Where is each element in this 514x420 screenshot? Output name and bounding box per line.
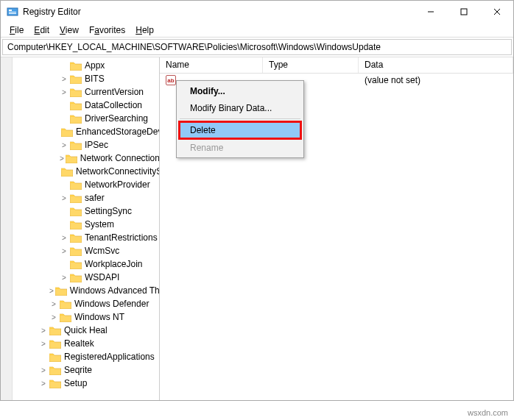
expander-icon[interactable]: > [39, 340, 48, 348]
tree-node-label: Windows NT [74, 312, 124, 322]
ctx-separator [180, 118, 300, 119]
menu-view[interactable]: View [55, 24, 83, 37]
tree-node-label: WcmSvc [85, 246, 119, 256]
titlebar: Registry Editor [1, 1, 513, 23]
value-data: (value not set) [359, 75, 513, 85]
tree-node[interactable]: Appx [15, 59, 159, 72]
window-controls [414, 1, 513, 23]
address-bar[interactable]: Computer\HKEY_LOCAL_MACHINE\SOFTWARE\Pol… [2, 39, 512, 55]
string-value-icon: ab [166, 75, 176, 85]
tree-node-label: TenantRestrictions [85, 232, 158, 243]
menubar: File Edit View Favorites Help [1, 23, 513, 38]
tree-pane[interactable]: Appx>BITS>CurrentVersionDataCollectionDr… [1, 57, 160, 400]
tree-node-label: safer [85, 193, 105, 203]
tree-node-label: WorkplaceJoin [85, 259, 142, 269]
tree-node-label: WSDAPI [85, 272, 119, 282]
tree-node[interactable]: >Windows Defender [15, 297, 159, 310]
expander-icon[interactable]: > [49, 313, 58, 321]
tree-node-label: SettingSync [85, 206, 132, 216]
expander-icon[interactable]: > [60, 154, 64, 163]
tree-node-label: Realtek [64, 338, 94, 349]
expander-icon[interactable]: > [60, 88, 68, 96]
ctx-delete[interactable]: Delete [178, 121, 302, 140]
expander-icon[interactable]: > [60, 75, 68, 83]
close-button[interactable] [480, 1, 513, 23]
tree-node[interactable]: EnhancedStorageDevices [15, 125, 159, 138]
tree-node-label: Appx [85, 60, 105, 71]
address-text: Computer\HKEY_LOCAL_MACHINE\SOFTWARE\Pol… [7, 42, 381, 52]
tree-node[interactable]: >IPSec [15, 138, 159, 152]
tree-node[interactable]: >WSDAPI [15, 271, 159, 284]
window-title: Registry Editor [23, 7, 414, 17]
tree-node[interactable]: >Quick Heal [15, 324, 159, 337]
ctx-modify[interactable]: Modify... [178, 82, 302, 99]
expander-icon[interactable]: > [39, 380, 48, 388]
tree-node-label: DriverSearching [85, 113, 148, 124]
tree-node-label: RegisteredApplications [64, 352, 155, 362]
tree-node[interactable]: >BITS [15, 72, 159, 85]
tree-node[interactable]: DriverSearching [15, 112, 159, 125]
tree-node[interactable]: NetworkProvider [15, 178, 159, 191]
tree-node[interactable]: >Seqrite [15, 363, 159, 377]
tree-node[interactable]: SettingSync [15, 204, 159, 218]
tree-node-label: NetworkProvider [85, 179, 150, 190]
expander-icon[interactable]: > [49, 300, 58, 308]
tree-node[interactable]: >safer [15, 191, 159, 204]
ctx-rename[interactable]: Rename [178, 139, 302, 156]
tree-node-label: IPSec [85, 140, 108, 150]
tree-node[interactable]: RegisteredApplications [15, 350, 159, 363]
menu-help[interactable]: Help [131, 24, 158, 37]
expander-icon[interactable]: > [60, 247, 68, 255]
context-menu: Modify... Modify Binary Data... Delete R… [176, 80, 304, 158]
values-list[interactable]: ab (value not set) Modify... Modify Bina… [160, 74, 513, 400]
expander-icon[interactable]: > [39, 327, 48, 335]
svg-rect-3 [9, 13, 16, 14]
svg-rect-2 [9, 12, 16, 13]
tree: Appx>BITS>CurrentVersionDataCollectionDr… [15, 57, 159, 390]
tree-node[interactable]: >TenantRestrictions [15, 231, 159, 244]
tree-node[interactable]: >CurrentVersion [15, 85, 159, 99]
expander-icon[interactable]: > [39, 366, 48, 374]
tree-node[interactable]: System [15, 218, 159, 231]
column-type[interactable]: Type [263, 57, 359, 73]
registry-editor-icon [7, 6, 18, 18]
tree-node-label: Windows Defender [74, 299, 149, 309]
tree-node[interactable]: >Realtek [15, 337, 159, 350]
tree-node[interactable]: >Windows Advanced Threat Protection [15, 284, 159, 297]
tree-node-label: CurrentVersion [85, 87, 144, 97]
expander-icon[interactable]: > [60, 194, 68, 202]
expander-icon[interactable]: > [60, 274, 68, 282]
tree-scrollbar-left[interactable] [1, 57, 13, 400]
maximize-button[interactable] [447, 1, 480, 23]
watermark: wsxdn.com [468, 408, 508, 417]
values-pane: Name Type Data ab (value not set) Modify… [160, 57, 513, 400]
menu-edit[interactable]: Edit [29, 24, 54, 37]
menu-file[interactable]: File [5, 24, 28, 37]
tree-node[interactable]: DataCollection [15, 99, 159, 112]
tree-node[interactable]: >Network Connections [15, 152, 159, 165]
tree-node-label: Seqrite [64, 365, 92, 375]
tree-node-label: System [85, 219, 114, 229]
expander-icon[interactable]: > [60, 141, 68, 149]
tree-node[interactable]: >Setup [15, 377, 159, 390]
column-name[interactable]: Name [160, 57, 263, 73]
expander-icon[interactable]: > [60, 234, 68, 242]
tree-node-label: Windows Advanced Threat Protection [70, 285, 160, 296]
tree-node-label: DataCollection [85, 100, 142, 110]
tree-node-label: Quick Heal [64, 325, 108, 335]
tree-node-label: NetworkConnectivityStatusIndicator [76, 166, 160, 177]
tree-node[interactable]: NetworkConnectivityStatusIndicator [15, 165, 159, 178]
tree-node-label: Network Connections [80, 153, 160, 163]
expander-icon[interactable]: > [49, 287, 54, 295]
tree-node[interactable]: WorkplaceJoin [15, 257, 159, 271]
minimize-button[interactable] [414, 1, 447, 23]
tree-node[interactable]: >Windows NT [15, 310, 159, 324]
client-area: Appx>BITS>CurrentVersionDataCollectionDr… [1, 57, 513, 400]
column-headers: Name Type Data [160, 57, 513, 74]
tree-node-label: EnhancedStorageDevices [76, 127, 160, 137]
tree-node-label: Setup [64, 378, 87, 388]
tree-node[interactable]: >WcmSvc [15, 244, 159, 257]
column-data[interactable]: Data [359, 57, 513, 73]
ctx-modify-binary[interactable]: Modify Binary Data... [178, 99, 302, 116]
menu-favorites[interactable]: Favorites [85, 24, 130, 37]
